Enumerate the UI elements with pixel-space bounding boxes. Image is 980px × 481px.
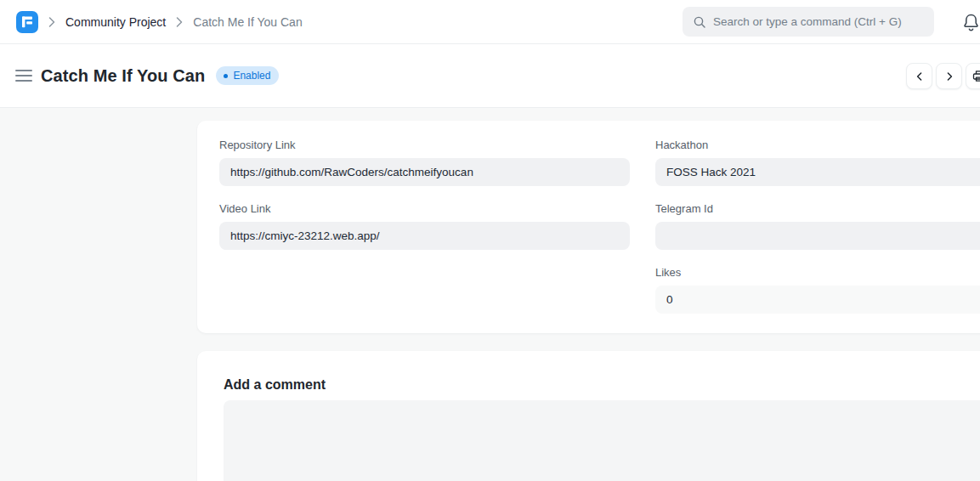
field-likes: Likes: [655, 266, 980, 314]
field-hackathon: Hackathon: [655, 139, 980, 186]
chevron-right-icon: [176, 17, 183, 27]
status-dot-icon: [224, 74, 228, 78]
likes-input: [655, 286, 980, 314]
field-video-link: Video Link: [219, 202, 630, 250]
hackathon-input[interactable]: [655, 158, 980, 186]
field-repository-link: Repository Link: [219, 139, 630, 186]
breadcrumb-community-project[interactable]: Community Project: [65, 15, 166, 29]
field-label: Repository Link: [219, 139, 630, 152]
status-badge-label: Enabled: [233, 70, 270, 82]
telegram-id-input[interactable]: [655, 222, 980, 250]
frappe-logo-icon[interactable]: [16, 11, 38, 33]
status-badge: Enabled: [216, 66, 279, 85]
repository-link-input[interactable]: [219, 158, 630, 186]
form-grid: Repository Link Hackathon Video Link Tel…: [219, 139, 980, 314]
header-actions: [906, 63, 980, 89]
field-telegram-id: Telegram Id: [655, 202, 980, 250]
field-label: Hackathon: [655, 139, 980, 152]
video-link-input[interactable]: [219, 222, 630, 250]
top-navbar: Community Project Catch Me If You Can: [0, 0, 980, 44]
main-content: Repository Link Hackathon Video Link Tel…: [0, 108, 980, 481]
page-title: Catch Me If You Can: [41, 66, 205, 86]
comment-section-card: Add a comment: [197, 351, 980, 481]
page-header: Catch Me If You Can Enabled: [0, 44, 980, 108]
global-search[interactable]: [683, 7, 934, 37]
comment-section-heading: Add a comment: [224, 376, 980, 393]
breadcrumb-current-doc[interactable]: Catch Me If You Can: [193, 15, 302, 29]
search-icon: [693, 15, 706, 29]
notifications-bell-icon[interactable]: [962, 13, 980, 31]
print-button[interactable]: [966, 63, 980, 89]
comment-input[interactable]: [224, 400, 980, 481]
next-document-button[interactable]: [936, 63, 962, 89]
field-label: Likes: [655, 266, 980, 280]
search-input[interactable]: [713, 15, 924, 28]
form-section-card: Repository Link Hackathon Video Link Tel…: [197, 121, 980, 333]
field-label: Video Link: [219, 202, 630, 216]
field-label: Telegram Id: [655, 202, 980, 216]
previous-document-button[interactable]: [906, 63, 932, 89]
sidebar-toggle-button[interactable]: [15, 70, 32, 82]
chevron-right-icon: [48, 17, 55, 27]
